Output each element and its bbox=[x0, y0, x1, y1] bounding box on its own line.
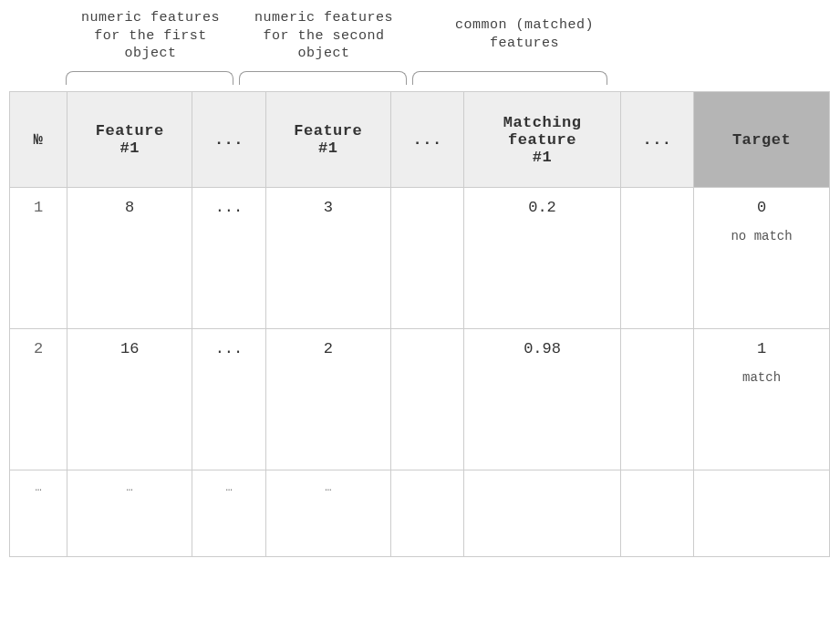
header-feature1b: Feature #1 bbox=[265, 92, 390, 188]
cell-ellipsis bbox=[694, 470, 830, 557]
target-value: 0 bbox=[757, 199, 766, 216]
annotation-group1: numeric features for the first object bbox=[64, 9, 237, 63]
cell-f1b: 2 bbox=[265, 329, 390, 470]
cell-dots bbox=[620, 329, 693, 470]
cell-ellipsis: … bbox=[67, 470, 192, 557]
target-label: match bbox=[700, 370, 824, 385]
cell-f1a: 8 bbox=[67, 188, 192, 329]
cell-f1a: 16 bbox=[67, 329, 192, 470]
cell-ellipsis bbox=[464, 470, 621, 557]
cell-dots bbox=[620, 188, 693, 329]
cell-ellipsis: … bbox=[192, 470, 265, 557]
target-value: 1 bbox=[757, 340, 766, 357]
cell-match: 0.2 bbox=[464, 188, 621, 329]
cell-dots bbox=[390, 329, 463, 470]
header-target: Target bbox=[694, 92, 830, 188]
cell-num: 2 bbox=[10, 329, 67, 470]
annotation-group2: numeric features for the second object bbox=[237, 9, 410, 63]
header-feature1a: Feature #1 bbox=[67, 92, 192, 188]
column-annotations: numeric features for the first object nu… bbox=[9, 9, 830, 91]
cell-ellipsis bbox=[620, 470, 693, 557]
header-num: № bbox=[10, 92, 67, 188]
table-row: 2 16 ... 2 0.98 1 match bbox=[10, 329, 830, 470]
target-label: no match bbox=[700, 229, 824, 243]
cell-target: 0 no match bbox=[694, 188, 830, 329]
header-dots3: ... bbox=[620, 92, 693, 188]
cell-ellipsis bbox=[390, 470, 463, 557]
cell-ellipsis: … bbox=[265, 470, 390, 557]
cell-f1b: 3 bbox=[265, 188, 390, 329]
cell-dots: ... bbox=[192, 188, 265, 329]
cell-dots bbox=[390, 188, 463, 329]
header-dots2: ... bbox=[390, 92, 463, 188]
table-row: 1 8 ... 3 0.2 0 no match bbox=[10, 188, 830, 329]
cell-dots: ... bbox=[192, 329, 265, 470]
bracket-group1 bbox=[66, 71, 233, 85]
table-row-ellipsis: … … … … bbox=[10, 470, 830, 557]
header-dots1: ... bbox=[192, 92, 265, 188]
feature-table: № Feature #1 ... Feature #1 ... Matching… bbox=[9, 91, 830, 557]
header-matching: Matching feature #1 bbox=[464, 92, 621, 188]
header-row: № Feature #1 ... Feature #1 ... Matching… bbox=[10, 92, 830, 188]
cell-num: 1 bbox=[10, 188, 67, 329]
cell-ellipsis: … bbox=[10, 470, 67, 557]
bracket-group2 bbox=[239, 71, 407, 85]
annotation-group3: common (matched) features bbox=[429, 16, 620, 52]
cell-target: 1 match bbox=[694, 329, 830, 470]
bracket-group3 bbox=[412, 71, 607, 85]
cell-match: 0.98 bbox=[464, 329, 621, 470]
